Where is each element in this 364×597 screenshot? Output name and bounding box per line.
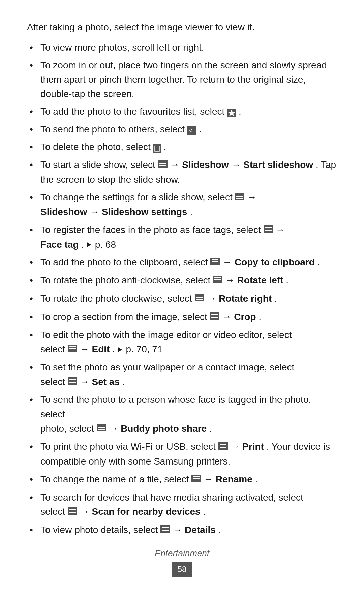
list-item-text-before: To change the settings for a slide show,… xyxy=(40,192,233,202)
bold-scan-nearby: Scan for nearby devices xyxy=(92,506,201,517)
arrow1: → xyxy=(204,474,216,484)
list-item-text-before: To add the photo to the clipboard, selec… xyxy=(40,257,208,267)
list-item-rename: To change the name of a file, select → R… xyxy=(27,472,337,487)
menu-icon xyxy=(68,375,77,389)
list-item-text-after: . xyxy=(199,124,202,135)
bold-edit: Edit xyxy=(92,344,110,354)
list-item-text: To view more photos, scroll left or righ… xyxy=(40,42,204,53)
arrow1: → xyxy=(222,311,234,322)
bold-buddy-share: Buddy photo share xyxy=(121,423,207,434)
photo-select-text: photo, select xyxy=(40,423,97,434)
delete-icon xyxy=(153,143,161,151)
list-item-clipboard: To add the photo to the clipboard, selec… xyxy=(27,255,337,270)
list-item-buddy-share: To send the photo to a person whose face… xyxy=(27,393,337,436)
menu-icon xyxy=(210,255,220,269)
page-ref: p. 70, 71 xyxy=(126,344,163,354)
list-item-text-before: To view photo details, select xyxy=(40,525,158,535)
list-item-text-before: To print the photo via Wi-Fi or USB, sel… xyxy=(40,441,216,452)
arrow1: → xyxy=(230,441,242,452)
page-ref: p. 68 xyxy=(95,239,116,250)
menu-icon xyxy=(68,505,77,519)
list-item-text-before: To rotate the photo anti-clockwise, sele… xyxy=(40,275,210,286)
list-item-rotate-right: To rotate the photo clockwise, select → … xyxy=(27,292,337,306)
bold-print: Print xyxy=(242,441,264,452)
list-item-face-tag: To register the faces in the photo as fa… xyxy=(27,223,337,252)
list-item-text-after: . xyxy=(274,293,277,304)
list-item-rotate-left: To rotate the photo anti-clockwise, sele… xyxy=(27,273,337,288)
arrow1: → xyxy=(80,377,92,387)
bullet-list: To view more photos, scroll left or righ… xyxy=(27,40,337,538)
bold-rotate-left: Rotate left xyxy=(237,275,283,286)
menu-icon xyxy=(160,523,170,537)
footer-label: Entertainment xyxy=(0,547,364,560)
menu-icon xyxy=(191,472,201,486)
list-item-text-before: To send the photo to a person whose face… xyxy=(40,394,311,419)
list-item-text-before: To set the photo as your wallpaper or a … xyxy=(40,362,294,372)
select-text2: select xyxy=(40,506,68,517)
intro-paragraph: After taking a photo, select the image v… xyxy=(27,20,337,34)
list-item-send: To send the photo to others, select < . xyxy=(27,122,337,137)
list-item-text-after: . xyxy=(163,142,166,152)
list-item-text-before: To change the name of a file, select xyxy=(40,474,189,484)
list-item-text-after: . xyxy=(286,275,289,286)
list-item-text-before: To start a slide show, select xyxy=(40,159,155,170)
list-item-crop: To crop a section from the image, select… xyxy=(27,310,337,325)
list-item-scan-nearby: To search for devices that have media sh… xyxy=(27,490,337,519)
list-item-text: To zoom in or out, place two fingers on … xyxy=(40,60,327,99)
list-item-print: To print the photo via Wi-Fi or USB, sel… xyxy=(27,440,337,469)
menu-icon xyxy=(218,440,228,454)
menu-icon xyxy=(210,309,219,324)
list-item-details: To view photo details, select → Details … xyxy=(27,523,337,538)
list-item-text-after: . xyxy=(203,506,206,517)
list-item-text-after: . xyxy=(239,106,241,117)
arrow1: → xyxy=(80,506,92,517)
list-item-text-before: To delete the photo, select xyxy=(40,142,151,152)
list-item-text-after: . xyxy=(255,474,258,484)
star-icon xyxy=(227,107,236,116)
bold-details: Details xyxy=(185,525,216,535)
select-text: select xyxy=(40,344,68,354)
arrow1: → xyxy=(80,344,92,354)
menu-icon xyxy=(213,273,222,288)
list-item-delete: To delete the photo, select . xyxy=(27,140,337,154)
list-item-text-after: . xyxy=(81,239,87,250)
list-item-text-before: To send the photo to others, select xyxy=(40,124,185,135)
share-icon: < xyxy=(187,125,196,133)
triangle-icon xyxy=(87,242,91,247)
bold-rename: Rename xyxy=(216,474,252,484)
list-item-text-after: . xyxy=(190,207,192,217)
list-item-text-after: . xyxy=(259,311,261,322)
list-item-text-after: . xyxy=(112,344,118,354)
menu-icon xyxy=(97,421,106,436)
list-item-view-more: To view more photos, scroll left or righ… xyxy=(27,40,337,55)
list-item-text-before: To search for devices that have media sh… xyxy=(40,492,303,503)
arrow1: → xyxy=(222,257,235,267)
menu-icon xyxy=(264,222,273,237)
arrow1: → xyxy=(170,159,182,170)
bold-crop: Crop xyxy=(234,311,256,322)
list-item-text-after: . xyxy=(122,377,125,387)
menu-icon xyxy=(235,190,244,205)
arrow2: → xyxy=(231,159,243,170)
list-item-favourites: To add the photo to the favourites list,… xyxy=(27,105,337,119)
list-item-text-before: To edit the photo with the image editor … xyxy=(40,330,292,340)
select-text: select xyxy=(40,377,68,387)
menu-icon xyxy=(68,342,77,356)
list-item-text-before: To rotate the photo clockwise, select xyxy=(40,293,192,304)
arrow1: → xyxy=(173,525,185,535)
arrow1: → xyxy=(247,192,256,202)
bold-slideshow: Slideshow xyxy=(182,159,229,170)
svg-text:<: < xyxy=(189,127,192,134)
list-item-text-after: . xyxy=(218,525,221,535)
menu-icon xyxy=(158,157,168,172)
list-item-zoom: To zoom in or out, place two fingers on … xyxy=(27,58,337,101)
menu-icon xyxy=(195,291,204,306)
list-item-edit: To edit the photo with the image editor … xyxy=(27,328,337,357)
list-item-text-after: . xyxy=(317,257,320,267)
bold-copy-to-clipboard: Copy to clipboard xyxy=(235,257,315,267)
list-item-slideshow-start: To start a slide show, select → Slidesho… xyxy=(27,158,337,187)
footer-page-number: 58 xyxy=(172,562,193,577)
list-item-set-as: To set the photo as your wallpaper or a … xyxy=(27,360,337,389)
list-item-text-after: . xyxy=(209,423,212,434)
arrow1: → xyxy=(207,293,219,304)
